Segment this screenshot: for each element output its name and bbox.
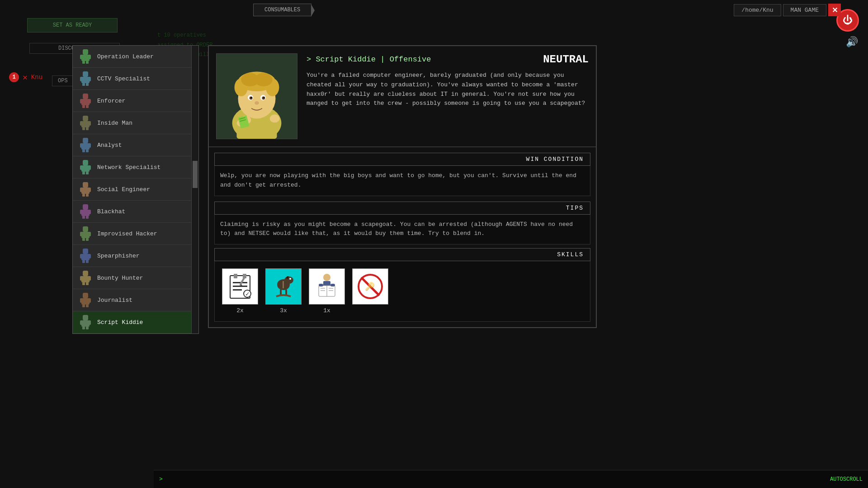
volume-button[interactable]: 🔊 — [846, 36, 858, 48]
svg-rect-30 — [83, 160, 88, 165]
skill-item: 3x — [265, 268, 302, 314]
svg-rect-34 — [82, 172, 85, 174]
svg-rect-47 — [86, 216, 89, 219]
consumables-tab[interactable]: CONSUMABLES — [253, 4, 311, 16]
skill-item: 1x — [309, 268, 345, 314]
player-indicator: 1 ✕ Knu — [9, 72, 42, 82]
character-list-item[interactable]: Analyst — [73, 134, 198, 156]
skill-icon — [265, 268, 302, 305]
svg-rect-14 — [80, 99, 83, 103]
svg-rect-75 — [88, 320, 91, 325]
svg-rect-48 — [83, 226, 88, 232]
svg-rect-27 — [88, 143, 91, 148]
svg-rect-33 — [88, 165, 91, 170]
svg-rect-105 — [233, 282, 247, 283]
left-buttons: SET AS READY — [27, 18, 118, 33]
close-button[interactable]: ✕ — [828, 4, 841, 16]
character-avatar — [78, 248, 93, 264]
svg-rect-56 — [80, 254, 83, 258]
character-list-item[interactable]: Operation Leader — [73, 46, 198, 68]
svg-rect-39 — [88, 188, 91, 192]
svg-rect-128 — [330, 284, 335, 286]
svg-rect-42 — [83, 204, 88, 210]
character-list-item[interactable]: Journalist — [73, 289, 198, 311]
svg-rect-69 — [88, 298, 91, 303]
svg-rect-68 — [80, 298, 83, 303]
character-list-item[interactable]: Enforcer — [73, 90, 198, 112]
svg-rect-51 — [88, 232, 91, 236]
autoscroll-button[interactable]: AUTOSCROLL — [830, 476, 863, 483]
svg-rect-46 — [82, 216, 85, 219]
character-list-item[interactable]: CCTV Specialist — [73, 68, 198, 90]
character-name-label: Improvised Hacker — [97, 230, 157, 237]
svg-rect-57 — [88, 254, 91, 258]
svg-rect-9 — [88, 77, 91, 81]
character-name-label: Bounty Hunter — [97, 275, 143, 282]
svg-point-115 — [289, 278, 291, 280]
portrait-svg — [217, 53, 297, 139]
skill-icon — [309, 268, 345, 305]
character-list-item[interactable]: Spearphisher — [73, 245, 198, 267]
character-portrait — [216, 53, 297, 139]
character-list-panel: Operation Leader CCTV Specialist Enforce… — [72, 45, 199, 334]
character-list-item[interactable]: Inside Man — [73, 112, 198, 134]
svg-text:🔑: 🔑 — [365, 282, 375, 291]
svg-point-93 — [263, 97, 264, 98]
svg-text:✓: ✓ — [245, 291, 249, 298]
character-list-item[interactable]: Blackhat — [73, 201, 198, 223]
svg-point-119 — [323, 274, 330, 281]
svg-rect-72 — [83, 315, 88, 320]
svg-rect-76 — [82, 327, 85, 329]
power-icon: ⏻ — [843, 14, 853, 27]
volume-icon: 🔊 — [846, 37, 858, 48]
main-panel: > Script Kiddie | Offensive NEUTRAL You'… — [208, 45, 597, 328]
svg-rect-54 — [83, 249, 88, 254]
skill-icon: ✓ — [222, 268, 258, 305]
svg-rect-21 — [88, 121, 91, 126]
character-name-label: Analyst — [97, 142, 122, 149]
character-name-label: Operation Leader — [97, 53, 154, 60]
tips-container: TIPS Claiming is risky as you might beco… — [209, 202, 596, 245]
header-tabs: CONSUMABLES — [253, 4, 311, 16]
character-title: > Script Kiddie | Offensive — [307, 55, 431, 64]
character-avatar — [78, 115, 93, 131]
set-ready-button[interactable]: SET AS READY — [27, 18, 118, 33]
character-info-text: > Script Kiddie | Offensive NEUTRAL You'… — [307, 53, 589, 139]
svg-rect-0 — [83, 49, 88, 55]
svg-rect-11 — [86, 83, 89, 86]
svg-rect-53 — [86, 238, 89, 241]
svg-rect-64 — [82, 282, 85, 285]
player-badge: 1 — [9, 72, 19, 82]
svg-rect-28 — [82, 150, 85, 152]
svg-point-87 — [255, 73, 273, 87]
skills-container: SKILLS ✓ 2x — [214, 248, 590, 322]
svg-rect-22 — [82, 127, 85, 130]
man-game-button[interactable]: MAN GAME — [783, 4, 826, 16]
svg-rect-77 — [86, 327, 89, 329]
character-list-item[interactable]: Network Specialist — [73, 156, 198, 178]
svg-rect-35 — [86, 172, 89, 174]
character-list-item[interactable]: Bounty Hunter — [73, 267, 198, 289]
svg-rect-32 — [80, 165, 83, 170]
skill-count: 2x — [236, 307, 244, 314]
skills-grid: ✓ 2x 3x — [214, 261, 590, 322]
svg-rect-58 — [82, 260, 85, 263]
character-avatar — [78, 159, 93, 175]
win-condition-container: WIN CONDITION Welp, you are now playing … — [209, 153, 596, 196]
character-name-label: Journalist — [97, 297, 132, 304]
character-avatar — [78, 48, 93, 65]
tips-header: TIPS — [214, 202, 590, 215]
character-list-item[interactable]: Social Engineer — [73, 178, 198, 201]
character-list-item[interactable]: Script Kiddie — [73, 311, 198, 333]
character-list-item[interactable]: Improvised Hacker — [73, 223, 198, 245]
win-condition-text: Welp, you are now playing with the big b… — [214, 166, 590, 196]
list-scrollbar[interactable] — [191, 46, 198, 333]
svg-rect-44 — [80, 210, 83, 214]
ops-button[interactable]: OPS — [52, 75, 74, 86]
svg-rect-15 — [88, 99, 91, 103]
character-name-label: CCTV Specialist — [97, 75, 150, 82]
svg-rect-20 — [80, 121, 83, 126]
svg-rect-41 — [86, 194, 89, 197]
svg-rect-4 — [82, 61, 85, 64]
svg-rect-6 — [83, 71, 88, 77]
